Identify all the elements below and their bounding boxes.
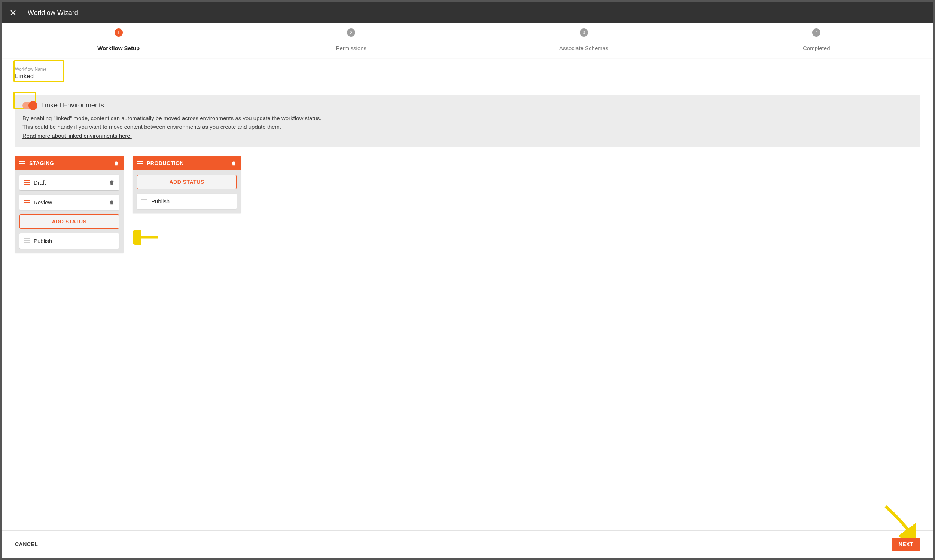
- step-label: Workflow Setup: [97, 45, 140, 51]
- drag-handle-icon: [141, 199, 148, 203]
- env-column-title: STAGING: [29, 160, 54, 166]
- status-card[interactable]: Review: [20, 195, 119, 210]
- status-label: Publish: [151, 198, 169, 205]
- step-label: Permissions: [336, 45, 366, 51]
- status-label: Draft: [34, 179, 46, 186]
- env-column-header: STAGING: [15, 157, 123, 170]
- step-associate-schemas[interactable]: 3 Associate Schemas: [468, 28, 700, 51]
- status-card[interactable]: Publish: [20, 233, 119, 249]
- drag-handle-icon: [24, 238, 30, 243]
- env-column-header: PRODUCTION: [132, 157, 241, 170]
- drag-handle-icon: [24, 200, 30, 205]
- status-label: Review: [34, 199, 52, 206]
- step-label: Associate Schemas: [559, 45, 609, 51]
- add-status-button[interactable]: ADD STATUS: [137, 175, 237, 189]
- dialog-footer: CANCEL NEXT: [2, 531, 933, 558]
- workflow-name-input[interactable]: [15, 72, 920, 80]
- add-status-button[interactable]: ADD STATUS: [20, 214, 119, 229]
- status-card[interactable]: Draft: [20, 175, 119, 190]
- linked-environments-panel: Linked Environments By enabling "linked"…: [15, 95, 920, 148]
- step-number: 3: [580, 28, 588, 37]
- linked-description: By enabling "linked" mode, content can a…: [23, 114, 912, 140]
- step-workflow-setup[interactable]: 1 Workflow Setup: [2, 28, 235, 51]
- env-column-staging: STAGING Draft Review ADD STATUS Publish: [15, 157, 123, 253]
- env-column-production: PRODUCTION ADD STATUS Publish: [132, 157, 241, 213]
- dialog-content: Workflow Name Linked Environments By ena…: [2, 58, 933, 531]
- trash-icon[interactable]: [109, 179, 115, 186]
- trash-icon[interactable]: [114, 160, 119, 166]
- step-permissions[interactable]: 2 Permissions: [235, 28, 468, 51]
- next-button[interactable]: NEXT: [892, 537, 920, 551]
- environment-columns: STAGING Draft Review ADD STATUS Publish …: [15, 157, 920, 253]
- step-number: 4: [812, 28, 820, 37]
- linked-title: Linked Environments: [41, 102, 104, 109]
- step-number: 2: [347, 28, 355, 37]
- workflow-wizard-dialog: Workflow Wizard 1 Workflow Setup2 Permis…: [2, 2, 933, 558]
- linked-toggle[interactable]: [23, 102, 37, 109]
- close-icon[interactable]: [10, 9, 17, 16]
- annotation-arrow-add-status: [132, 230, 159, 245]
- step-completed[interactable]: 4 Completed: [700, 28, 933, 51]
- stepper: 1 Workflow Setup2 Permissions3 Associate…: [2, 23, 933, 58]
- dialog-title: Workflow Wizard: [28, 9, 78, 17]
- dialog-titlebar: Workflow Wizard: [2, 2, 933, 23]
- env-column-title: PRODUCTION: [147, 160, 184, 166]
- drag-handle-icon: [137, 161, 143, 165]
- drag-handle-icon: [24, 180, 30, 185]
- status-label: Publish: [34, 238, 52, 244]
- cancel-button[interactable]: CANCEL: [15, 541, 38, 547]
- step-number: 1: [115, 28, 123, 37]
- workflow-name-label: Workflow Name: [15, 67, 920, 72]
- workflow-name-field[interactable]: Workflow Name: [15, 67, 920, 82]
- step-label: Completed: [803, 45, 830, 51]
- drag-handle-icon: [20, 161, 25, 165]
- linked-read-more-link[interactable]: Read more about linked environments here…: [23, 132, 132, 139]
- trash-icon[interactable]: [109, 199, 115, 206]
- status-card[interactable]: Publish: [137, 194, 237, 209]
- trash-icon[interactable]: [231, 160, 237, 166]
